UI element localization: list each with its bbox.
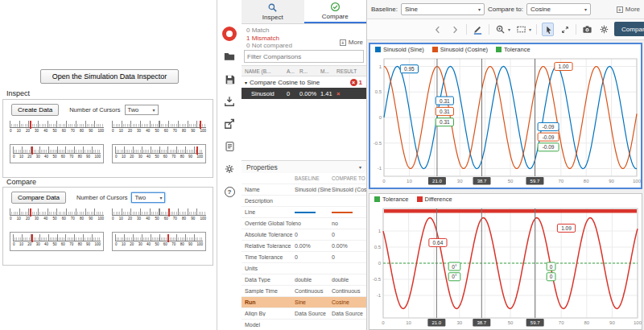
help-icon[interactable]: ? xyxy=(220,184,239,199)
slider-ticks xyxy=(112,121,206,128)
filter-comparisons-input[interactable] xyxy=(244,50,364,63)
cursors-select[interactable]: Two ▾ xyxy=(125,105,159,115)
collapse-chevron-icon[interactable]: ▾ xyxy=(359,164,361,170)
tab-inspect[interactable]: Inspect xyxy=(242,0,304,23)
property-row-model: Model xyxy=(242,320,366,330)
slider-ticks xyxy=(10,208,104,216)
bounded-slider[interactable]: 0102030405060708090100 xyxy=(112,232,206,251)
slider-marker[interactable] xyxy=(167,234,169,242)
open-icon[interactable] xyxy=(220,49,239,64)
slider-marker[interactable] xyxy=(31,146,33,155)
svg-text:21.0: 21.0 xyxy=(432,179,442,184)
legend-swatch xyxy=(417,196,423,202)
svg-text:59.7: 59.7 xyxy=(530,179,540,184)
nav-back-icon[interactable] xyxy=(432,23,444,36)
difference-chart[interactable]: ToleranceDifference 01020304050607080901… xyxy=(369,193,642,330)
property-row-run: RunSineCosine xyxy=(242,297,366,308)
compare-button[interactable]: Compare xyxy=(614,22,644,36)
legend-swatch xyxy=(432,47,438,52)
properties-table: BASELINECOMPARE TONameSinusoid (SineSinu… xyxy=(242,173,366,330)
inspect-group: Create Data Number of Cursors Two ▾ 0102… xyxy=(2,99,213,178)
difference-plot-canvas[interactable]: 010203040506070809010010.50-0.5-10.641.0… xyxy=(369,204,642,329)
fit-view-icon[interactable] xyxy=(559,23,571,36)
column-header[interactable]: NAME (B... xyxy=(245,68,287,74)
slider-marker[interactable] xyxy=(196,146,198,155)
property-row-align-by: Align ByData SourceData Source xyxy=(242,308,366,320)
slider-marker[interactable] xyxy=(30,208,31,217)
preferences-icon[interactable] xyxy=(220,162,239,176)
chevron-down-icon: ▾ xyxy=(584,6,587,12)
column-header[interactable]: RESULT xyxy=(336,68,366,74)
bounded-slider[interactable]: 0102030405060708090100 xyxy=(10,144,104,163)
gear-icon[interactable] xyxy=(598,23,610,36)
legend-label: Tolerance xyxy=(382,196,409,203)
comparison-plot-canvas[interactable]: 010203040506070809010010.50-0.5-10.950.3… xyxy=(370,55,641,188)
svg-text:70: 70 xyxy=(558,179,564,184)
legend-item[interactable]: Tolerance xyxy=(374,196,409,203)
signal-edit-icon[interactable] xyxy=(472,23,484,36)
svg-text:0.5: 0.5 xyxy=(374,245,382,250)
export-icon[interactable] xyxy=(220,117,239,131)
report-icon[interactable] xyxy=(220,139,239,154)
tab-compare[interactable]: Compare xyxy=(304,0,367,23)
zoom-in-icon[interactable] xyxy=(494,23,506,36)
properties-header-row: BASELINECOMPARE TO xyxy=(242,173,366,184)
compare-to-select[interactable]: Cosine ▾ xyxy=(526,3,591,15)
status-match: 0 Match xyxy=(246,27,366,35)
import-icon[interactable] xyxy=(220,94,239,109)
toolbar-separator xyxy=(576,24,576,35)
slider-marker[interactable] xyxy=(200,121,201,129)
comparison-group-row[interactable]: ▾ Compare Cosine to Sine × 1 xyxy=(242,76,366,88)
baseline-line-swatch xyxy=(295,212,316,213)
slider-scale[interactable]: 0102030405060708090100 xyxy=(10,208,104,226)
slider-marker[interactable] xyxy=(31,234,33,242)
properties-header[interactable]: Properties ▾ xyxy=(242,160,366,173)
column-header[interactable]: R... xyxy=(299,68,320,74)
legend-item[interactable]: Tolerance xyxy=(496,46,530,53)
tab-label: Compare xyxy=(322,13,349,20)
more-columns-button[interactable]: + More xyxy=(340,39,363,46)
zoom-box-icon[interactable] xyxy=(515,23,527,36)
signals-chart[interactable]: Sinusoid (Sine)Sinusoid (Cosine)Toleranc… xyxy=(369,43,642,189)
more-options-button[interactable]: + More xyxy=(617,6,640,13)
legend-item[interactable]: Difference xyxy=(417,196,452,203)
bounded-slider[interactable]: 0102030405060708090100 xyxy=(10,232,104,251)
plot-stack: Sinusoid (Sine)Sinusoid (Cosine)Toleranc… xyxy=(367,40,644,330)
slider-marker[interactable] xyxy=(168,208,170,217)
chevron-down-icon[interactable]: ▾ xyxy=(508,27,510,32)
chevron-down-icon[interactable]: ▾ xyxy=(529,27,531,32)
signal-name: Sinusoid xyxy=(245,90,287,97)
column-header[interactable]: A... xyxy=(287,68,299,74)
comparison-signal-row[interactable]: Sinusoid 0 0.00% 1.41 × xyxy=(242,88,366,99)
svg-text:90: 90 xyxy=(609,320,615,325)
baseline-select[interactable]: Sine ▾ xyxy=(401,3,485,15)
legend-item[interactable]: Sinusoid (Sine) xyxy=(375,46,424,53)
save-icon[interactable] xyxy=(220,72,239,86)
toolbar-separator xyxy=(466,24,467,35)
svg-text:38.7: 38.7 xyxy=(477,179,487,184)
create-data-button[interactable]: Create Data xyxy=(11,104,59,116)
open-sdi-button[interactable]: Open the Simulation Data Inspector xyxy=(40,69,179,84)
compare-data-button[interactable]: Compare Data xyxy=(11,192,66,204)
legend-swatch xyxy=(496,47,502,52)
slider-scale[interactable]: 0102030405060708090100 xyxy=(10,121,104,138)
plot-top-bar: Baseline: Sine ▾ Compare to: Cosine ▾ + … xyxy=(367,0,644,19)
property-row-data-type: Data Typedoubledouble xyxy=(242,274,366,286)
slider-scale[interactable]: 0102030405060708090100 xyxy=(112,121,206,138)
slider-marker[interactable] xyxy=(30,121,31,129)
slider-scale[interactable]: 0102030405060708090100 xyxy=(112,208,206,226)
expand-caret-icon[interactable]: ▾ xyxy=(245,80,247,85)
svg-text:1.09: 1.09 xyxy=(561,225,572,231)
column-header[interactable]: M... xyxy=(320,68,336,74)
record-button[interactable] xyxy=(220,27,239,41)
more-label: More xyxy=(625,6,640,13)
pointer-icon[interactable] xyxy=(542,23,554,36)
simulink-demo-panel: Open the Simulation Data Inspector Inspe… xyxy=(0,0,217,330)
cursors-select[interactable]: Two ▾ xyxy=(131,192,165,203)
legend-item[interactable]: Sinusoid (Cosine) xyxy=(432,46,488,53)
camera-icon[interactable] xyxy=(581,23,593,36)
bounded-slider[interactable]: 0102030405060708090100 xyxy=(112,144,206,163)
sdi-plot-panel: Baseline: Sine ▾ Compare to: Cosine ▾ + … xyxy=(367,0,644,330)
nav-forward-icon[interactable] xyxy=(449,23,461,36)
group-row-label: Compare Cosine to Sine xyxy=(250,79,320,86)
